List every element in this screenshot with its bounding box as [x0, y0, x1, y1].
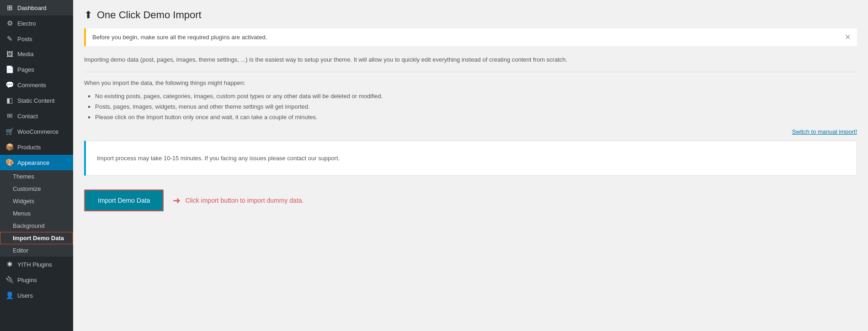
- sidebar-item-contact[interactable]: ✉ Contact: [0, 108, 73, 124]
- woocommerce-icon: 🛒: [5, 127, 14, 136]
- sidebar-sub-item-widgets[interactable]: Widgets: [0, 195, 73, 207]
- sidebar-sub-item-menus[interactable]: Menus: [0, 207, 73, 220]
- import-bullets-list: No existing posts, pages, categories, im…: [84, 91, 857, 123]
- notice-text: Before you begin, make sure all the requ…: [92, 34, 267, 41]
- import-demo-data-button[interactable]: Import Demo Data: [84, 189, 164, 211]
- sidebar-sub-item-editor[interactable]: Editor: [0, 244, 73, 257]
- switch-to-manual-link[interactable]: Switch to manual import!: [792, 128, 857, 135]
- sidebar-item-static-content[interactable]: ◧ Static Content: [0, 93, 73, 108]
- sidebar-item-appearance[interactable]: 🎨 Appearance: [0, 155, 73, 170]
- sidebar-item-woocommerce[interactable]: 🛒 WooCommerce: [0, 124, 73, 139]
- sidebar-item-comments[interactable]: 💬 Comments: [0, 77, 73, 93]
- when-import-title: When you import the data, the following …: [84, 79, 857, 86]
- sidebar-item-users[interactable]: 👤 Users: [0, 288, 73, 303]
- main-description: Importing demo data (post, pages, images…: [84, 55, 857, 64]
- sidebar-label-woocommerce: WooCommerce: [17, 128, 59, 135]
- sidebar-label-dashboard: Dashboard: [17, 5, 47, 11]
- sidebar-label-plugins: Plugins: [17, 277, 37, 284]
- dashboard-icon: ⊞: [5, 4, 14, 12]
- arrow-right-icon: ➜: [173, 195, 181, 206]
- widgets-label: Widgets: [13, 198, 34, 205]
- sidebar-label-users: Users: [17, 292, 33, 299]
- sidebar-label-appearance: Appearance: [17, 159, 49, 166]
- sidebar-label-contact: Contact: [17, 113, 38, 120]
- contact-icon: ✉: [5, 112, 14, 120]
- import-annotation-text: Click import button to import dummy data…: [185, 197, 304, 204]
- divider-1: [84, 72, 857, 72]
- main-content: ⬆ One Click Demo Import Before you begin…: [73, 0, 868, 331]
- import-button-row: Import Demo Data ➜ Click import button t…: [84, 185, 857, 216]
- sidebar-label-electro: Electro: [17, 20, 36, 27]
- import-bullet-1: No existing posts, pages, categories, im…: [95, 91, 857, 101]
- plugins-icon: 🔌: [5, 276, 14, 284]
- sidebar-item-dashboard[interactable]: ⊞ Dashboard: [0, 0, 73, 16]
- import-box-text: Import process may take 10-15 minutes. I…: [97, 155, 340, 162]
- sidebar-item-yith-plugins[interactable]: ✱ YITH Plugins: [0, 257, 73, 272]
- editor-label: Editor: [13, 247, 28, 254]
- sidebar-label-comments: Comments: [17, 82, 46, 89]
- products-icon: 📦: [5, 143, 14, 151]
- static-content-icon: ◧: [5, 96, 14, 105]
- sidebar: ⊞ Dashboard ⚙ Electro ✎ Posts 🖼 Media 📄 …: [0, 0, 73, 331]
- page-title-row: ⬆ One Click Demo Import: [84, 9, 857, 21]
- comments-icon: 💬: [5, 81, 14, 89]
- import-bullet-3: Please click on the Import button only o…: [95, 112, 857, 122]
- background-label: Background: [13, 222, 44, 229]
- menus-label: Menus: [13, 210, 31, 217]
- themes-label: Themes: [13, 173, 34, 180]
- media-icon: 🖼: [5, 50, 14, 58]
- upload-icon: ⬆: [84, 9, 92, 21]
- sidebar-item-electro[interactable]: ⚙ Electro: [0, 16, 73, 31]
- sidebar-sub-item-themes[interactable]: Themes: [0, 170, 73, 183]
- sidebar-label-yith-plugins: YITH Plugins: [17, 261, 52, 268]
- customize-label: Customize: [13, 185, 41, 192]
- sidebar-label-pages: Pages: [17, 66, 34, 73]
- page-title: One Click Demo Import: [97, 9, 202, 21]
- sidebar-item-media[interactable]: 🖼 Media: [0, 47, 73, 62]
- sidebar-sub-item-customize[interactable]: Customize: [0, 183, 73, 195]
- appearance-submenu: Themes Customize Widgets Menus Backgroun…: [0, 170, 73, 257]
- sidebar-label-media: Media: [17, 51, 33, 58]
- pages-icon: 📄: [5, 65, 14, 74]
- posts-icon: ✎: [5, 35, 14, 43]
- users-icon: 👤: [5, 291, 14, 299]
- import-annotation-row: ➜ Click import button to import dummy da…: [173, 195, 304, 206]
- sidebar-item-posts[interactable]: ✎ Posts: [0, 31, 73, 47]
- import-demo-data-label: Import Demo Data: [13, 235, 64, 242]
- import-bullet-2: Posts, pages, images, widgets, menus and…: [95, 101, 857, 112]
- notice-bar: Before you begin, make sure all the requ…: [84, 28, 857, 46]
- sidebar-sub-item-background[interactable]: Background: [0, 220, 73, 232]
- sidebar-sub-item-import-demo-data[interactable]: Import Demo Data: [0, 232, 73, 244]
- appearance-icon: 🎨: [5, 158, 14, 167]
- sidebar-item-plugins[interactable]: 🔌 Plugins: [0, 272, 73, 288]
- sidebar-item-products[interactable]: 📦 Products: [0, 139, 73, 155]
- notice-close-button[interactable]: ✕: [845, 33, 851, 42]
- sidebar-label-static-content: Static Content: [17, 97, 55, 104]
- sidebar-item-pages[interactable]: 📄 Pages: [0, 62, 73, 77]
- sidebar-label-posts: Posts: [17, 36, 32, 42]
- sidebar-label-products: Products: [17, 144, 41, 151]
- electro-icon: ⚙: [5, 19, 14, 27]
- switch-link-row: Switch to manual import!: [84, 128, 857, 135]
- yith-icon: ✱: [5, 260, 14, 268]
- import-process-box: Import process may take 10-15 minutes. I…: [84, 141, 857, 176]
